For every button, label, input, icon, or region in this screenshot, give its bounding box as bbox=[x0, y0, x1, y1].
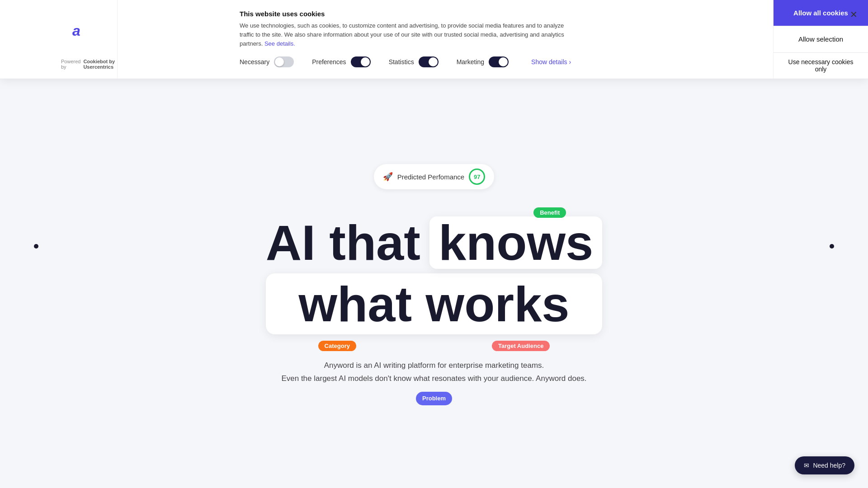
logo-letter: a bbox=[72, 23, 80, 39]
dot-right bbox=[830, 244, 834, 249]
hero-desc-line1: Anyword is an AI writing platform for en… bbox=[266, 359, 603, 372]
hero-line1-part1: AI that bbox=[266, 216, 420, 269]
toggle-necessary-label: Necessary bbox=[240, 58, 269, 66]
performance-label: Predicted Perfomance bbox=[397, 173, 464, 181]
show-details-link[interactable]: Show details › bbox=[531, 58, 571, 66]
toggle-marketing: Marketing bbox=[457, 56, 509, 67]
hero-description: Anyword is an AI writing platform for en… bbox=[266, 359, 603, 405]
cookie-banner: ✕ a Powered by Cookiebot by Usercentrics… bbox=[0, 0, 868, 79]
hero-line2: what works bbox=[284, 278, 585, 330]
see-details-link[interactable]: See details. bbox=[264, 40, 295, 47]
toggle-preferences: Preferences bbox=[312, 56, 370, 67]
powered-by-text: Powered by bbox=[61, 59, 80, 70]
allow-selection-button[interactable]: Allow selection bbox=[774, 26, 868, 52]
performance-score: 97 bbox=[469, 169, 485, 185]
toggle-necessary: Necessary bbox=[240, 56, 294, 67]
rocket-icon: 🚀 bbox=[383, 172, 393, 182]
hero-desc-line2: Even the largest AI models don't know wh… bbox=[266, 372, 603, 385]
cookie-toggles: Necessary Preferences Statistics Marketi… bbox=[240, 56, 764, 67]
show-details-text: Show details bbox=[531, 58, 567, 66]
toggle-marketing-switch[interactable] bbox=[489, 56, 509, 67]
toggle-statistics-switch[interactable] bbox=[419, 56, 439, 67]
target-audience-tag: Target Audience bbox=[492, 341, 550, 351]
necessary-only-button[interactable]: Use necessary cookies only bbox=[774, 53, 868, 79]
performance-badge: 🚀 Predicted Perfomance 97 bbox=[374, 164, 494, 189]
powered-by: Powered by Cookiebot by Usercentrics bbox=[61, 59, 117, 70]
cookie-description: We use technologies, such as cookies, to… bbox=[240, 21, 579, 48]
toggle-necessary-switch[interactable] bbox=[274, 56, 294, 67]
tags-row: Category Target Audience bbox=[266, 341, 603, 351]
toggle-preferences-label: Preferences bbox=[312, 58, 346, 66]
cookiebot-label: Cookiebot by Usercentrics bbox=[83, 59, 117, 70]
benefit-tag: Benefit bbox=[533, 207, 566, 218]
cookie-title: This website uses cookies bbox=[240, 10, 764, 18]
close-icon[interactable]: ✕ bbox=[847, 8, 860, 21]
chat-icon: ✉ bbox=[804, 462, 809, 469]
cookie-content: This website uses cookies We use technol… bbox=[240, 0, 773, 79]
toggle-preferences-switch[interactable] bbox=[351, 56, 371, 67]
toggle-statistics-label: Statistics bbox=[389, 58, 414, 66]
chevron-right-icon: › bbox=[569, 58, 571, 66]
toggle-marketing-label: Marketing bbox=[457, 58, 484, 66]
hero-line1-knows: knows bbox=[429, 216, 602, 269]
problem-tag: Problem bbox=[416, 392, 452, 405]
site-logo: a bbox=[72, 23, 80, 39]
dot-left bbox=[34, 244, 38, 249]
toggle-statistics: Statistics bbox=[389, 56, 439, 67]
hero-line1: AI that knows bbox=[266, 216, 603, 269]
need-help-button[interactable]: ✉ Need help? bbox=[795, 456, 854, 474]
category-tag: Category bbox=[318, 341, 356, 351]
hero-line2-wrapper: what works bbox=[266, 273, 603, 335]
hero-section: Benefit AI that knows what works Categor… bbox=[266, 216, 603, 405]
need-help-label: Need help? bbox=[813, 462, 845, 469]
